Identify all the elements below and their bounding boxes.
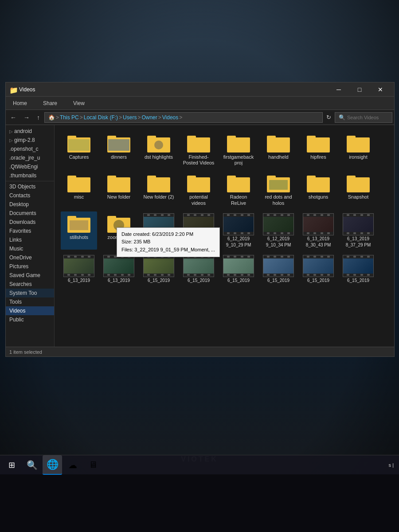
svg-rect-14 [188, 138, 210, 152]
refresh-button[interactable]: ↻ [325, 113, 333, 121]
video-item-6[interactable]: 6_13_2019 8_37_29 PM [340, 211, 376, 250]
address-bar: ← → ↑ 🏠 > This PC > Local Disk (F:) > Us… [6, 110, 394, 125]
folder-dst[interactable]: dst highlights [141, 131, 177, 168]
folder-finished[interactable]: Finished-Posted Videos [180, 131, 217, 168]
video-item-1[interactable]: 6_12_2019 PM [141, 211, 177, 250]
folder-handheld[interactable]: handheld [260, 131, 297, 168]
sidebar-item-onedrive[interactable]: OneDrive [6, 253, 54, 262]
video-item-r2-1[interactable]: 6_13_2019 [61, 253, 97, 285]
folder-zoomedin[interactable]: zoomed in [101, 211, 137, 250]
video-thumbnail [143, 255, 174, 277]
taskbar-explorer[interactable]: 🖥 [83, 455, 103, 475]
sidebar-item-desktop[interactable]: Desktop [6, 200, 54, 209]
main-content: ▷ android ▷ gimp-2.8 .openshot_c .oracle… [6, 125, 394, 347]
folder-firstgame[interactable]: firstgamebackproj [220, 131, 257, 168]
sidebar-item-music[interactable]: Music [6, 244, 54, 253]
folder-dinners[interactable]: dinners [101, 131, 137, 168]
folder-ironsight[interactable]: ironsight [340, 131, 376, 168]
sidebar-item-favorites[interactable]: Favorites [6, 227, 54, 235]
video-item-r2-7[interactable]: 6_15_2019 [300, 253, 336, 285]
arrow-icon: ▷ [9, 138, 13, 143]
folder-icon [107, 213, 130, 233]
video-item-r2-5[interactable]: 6_15_2019 [220, 253, 257, 285]
sidebar-item-android[interactable]: ▷ android [6, 127, 54, 136]
sidebar-label-favorites: Favorites [9, 228, 31, 234]
sidebar-item-public[interactable]: Public [6, 315, 54, 324]
folder-icon [67, 213, 90, 233]
video-sublabel: 8_37_29 PM [346, 243, 371, 248]
folder-stillshots[interactable]: stillshots [61, 211, 97, 250]
video-thumbnail [103, 255, 134, 277]
forward-button[interactable]: → [21, 112, 32, 123]
up-button[interactable]: ↑ [34, 112, 43, 123]
sidebar-item-oracle[interactable]: .oracle_jre_u [6, 153, 54, 162]
sidebar-item-openshot[interactable]: .openshot_c [6, 145, 54, 153]
close-button[interactable]: ✕ [370, 82, 391, 97]
video-item-2[interactable]: 6_12_2019 8_55_04 PM [180, 211, 217, 250]
svg-rect-23 [307, 138, 329, 152]
folder-captures[interactable]: Captures [61, 131, 97, 168]
sidebar-label-contacts: Contacts [9, 192, 30, 199]
start-button[interactable]: ⊞ [2, 455, 21, 475]
sidebar-item-pictures[interactable]: Pictures [6, 262, 54, 271]
video-item-3[interactable]: 6_12_2019 9_10_29 PM [220, 211, 257, 250]
video-item-r2-2[interactable]: 6_13_2019 [101, 253, 137, 285]
video-label: 6_15_2019 [188, 278, 210, 283]
video-item-r2-6[interactable]: 6_15_2019 [260, 253, 297, 285]
folder-radeon[interactable]: Radeon ReLive [220, 171, 257, 207]
video-item-5[interactable]: 6_13_2019 8_30_43 PM [300, 211, 336, 250]
video-label: 6_12_2019 [267, 236, 289, 242]
folder-snapshot[interactable]: Snapshot [340, 171, 376, 207]
explorer-window: 📁 Videos ─ □ ✕ Home Share View ← → ↑ 🏠 >… [5, 82, 395, 357]
video-sublabel: 9_10_34 PM [266, 243, 291, 248]
folder-label: stillshots [70, 235, 88, 240]
sidebar-item-3dobjects[interactable]: 3D Objects [6, 182, 54, 191]
sidebar-item-downloads[interactable]: Downloads [6, 218, 54, 227]
search-input[interactable] [347, 115, 391, 120]
minimize-button[interactable]: ─ [329, 82, 349, 97]
video-item-r2-8[interactable]: 6_15_2019 [340, 253, 376, 285]
folder-newfolder2[interactable]: New folder (2) [141, 171, 177, 207]
video-thumbnail [263, 255, 294, 277]
video-item-r2-4[interactable]: 6_15_2019 [180, 253, 217, 285]
folder-potential[interactable]: potential videos [180, 171, 217, 207]
sidebar-item-tools[interactable]: Tools [6, 297, 54, 306]
back-button[interactable]: ← [8, 112, 19, 123]
sidebar-label-thumbnails: .thumbnails [9, 172, 36, 179]
video-label: 6_13_2019 [347, 236, 369, 242]
folder-icon [107, 133, 130, 153]
svg-rect-45 [269, 180, 288, 190]
folder-shotguns[interactable]: shotguns [300, 171, 336, 207]
ribbon-tab-home[interactable]: Home [9, 98, 31, 108]
sidebar-item-systemtoo[interactable]: System Too [6, 289, 54, 297]
sidebar-item-searches[interactable]: Searches [6, 280, 54, 289]
ribbon-tab-view[interactable]: View [70, 98, 88, 108]
sidebar-item-documents[interactable]: Documents [6, 209, 54, 218]
folder-reddots[interactable]: red dots and holos [260, 171, 297, 207]
sidebar-item-contacts[interactable]: Contacts [6, 191, 54, 200]
video-thumbnail [303, 213, 334, 235]
ribbon-tab-share[interactable]: Share [39, 98, 61, 108]
folder-misc[interactable]: misc [61, 171, 97, 207]
sidebar-item-qtwebeng[interactable]: .QtWebEngi [6, 162, 54, 171]
sidebar-item-gimp[interactable]: ▷ gimp-2.8 [6, 136, 54, 145]
video-label: 6_15_2019 [227, 278, 250, 283]
sidebar-item-savedgame[interactable]: Saved Game [6, 271, 54, 280]
window-title: Videos [19, 86, 329, 93]
video-item-4[interactable]: 6_12_2019 9_10_34 PM [260, 211, 297, 250]
system-tray: s | [385, 462, 397, 468]
folder-icon [147, 173, 170, 192]
sidebar-label-tools: Tools [9, 299, 22, 305]
taskbar-chrome[interactable]: 🌐 [43, 455, 62, 475]
folder-newfolder[interactable]: New folder [101, 171, 137, 207]
sidebar-item-links[interactable]: Links [6, 235, 54, 244]
folder-hipfires[interactable]: hipfires [300, 131, 336, 168]
taskbar-search[interactable]: 🔍 [22, 455, 42, 475]
video-item-r2-3[interactable]: 6_15_2019 [141, 253, 177, 285]
sidebar-item-videos[interactable]: Videos [6, 306, 54, 315]
sidebar-item-thumbnails[interactable]: .thumbnails [6, 171, 54, 180]
video-thumbnail [303, 255, 334, 277]
maximize-button[interactable]: □ [349, 82, 370, 97]
taskbar-cloud[interactable]: ☁ [63, 455, 82, 475]
address-path[interactable]: 🏠 > This PC > Local Disk (F:) > Users > … [44, 112, 323, 123]
